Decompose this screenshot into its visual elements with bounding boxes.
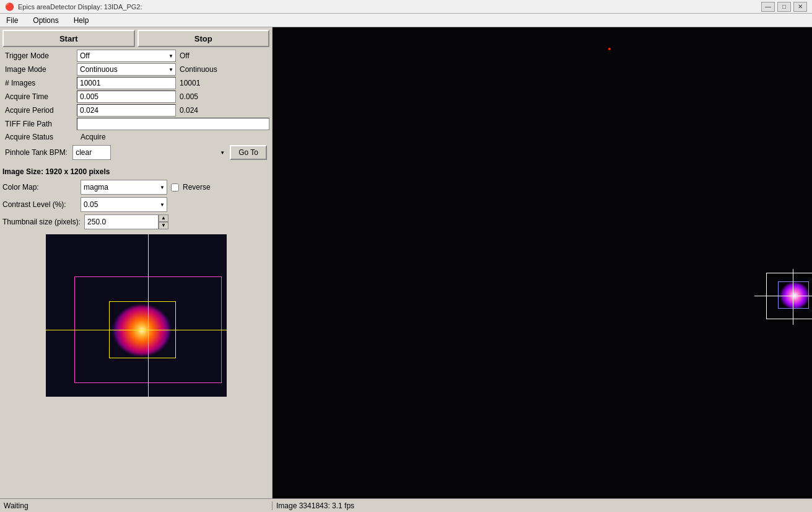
- image-size-row: Image Size: 1920 x 1200 pixels: [0, 165, 272, 177]
- thumbnail-up-button[interactable]: ▲: [159, 214, 168, 222]
- status-left: Waiting: [0, 501, 273, 510]
- stop-button[interactable]: Stop: [138, 30, 270, 47]
- tiff-file-path-input[interactable]: [77, 118, 269, 130]
- trigger-mode-readback: Off: [176, 50, 269, 61]
- image-mode-readback: Continuous: [176, 64, 269, 75]
- thumbnail-spinner: ▲ ▼: [159, 214, 168, 229]
- thumbnail-crosshair-h: [46, 330, 227, 330]
- image-mode-label: Image Mode: [2, 64, 77, 75]
- status-bar: Waiting Image 3341843: 3.1 fps: [0, 498, 812, 512]
- start-button[interactable]: Start: [2, 30, 135, 47]
- menubar: File Options Help: [0, 14, 812, 27]
- thumbnail-crosshair-v: [148, 234, 149, 397]
- trigger-mode-label: Trigger Mode: [2, 50, 77, 61]
- pinhole-select-wrapper: clear position 1 position 2: [72, 145, 227, 160]
- acquire-period-readback: 0.024: [176, 105, 269, 116]
- image-mode-select-wrapper: Continuous: [77, 63, 176, 76]
- thumbnail-input-wrapper: ▲ ▼: [84, 214, 168, 229]
- tiff-file-path-label: TIFF File Path: [2, 118, 77, 130]
- pinhole-label: Pinhole Tank BPM:: [5, 148, 68, 157]
- thumbnail-down-button[interactable]: ▼: [159, 222, 168, 229]
- start-stop-row: Start Stop: [2, 30, 269, 47]
- num-images-input[interactable]: [77, 77, 176, 89]
- right-panel: [273, 27, 812, 498]
- acquire-status-label: Acquire Status: [2, 131, 77, 143]
- window-controls: — □ ✕: [761, 2, 807, 12]
- display-options: Color Map: magma viridis inferno plasma …: [0, 177, 272, 232]
- maximize-button[interactable]: □: [777, 2, 791, 12]
- main-content: Start Stop Trigger Mode Off Off Image Mo…: [0, 27, 812, 498]
- reverse-label: Reverse: [183, 183, 211, 192]
- contrast-select-wrapper: 0.05 0.1 0.5 1.0: [81, 197, 167, 212]
- thumbnail-row: Thumbnail size (pixels): ▲ ▼: [2, 214, 269, 229]
- acquire-time-label: Acquire Time: [2, 91, 77, 102]
- contrast-label: Contrast Level (%):: [2, 200, 77, 209]
- trigger-mode-select-wrapper: Off: [77, 50, 176, 62]
- acquire-time-readback: 0.005: [176, 91, 269, 102]
- color-map-row: Color Map: magma viridis inferno plasma …: [2, 180, 269, 195]
- controls-area: Start Stop Trigger Mode Off Off Image Mo…: [0, 27, 272, 165]
- image-mode-select[interactable]: Continuous: [77, 63, 176, 76]
- reverse-checkbox[interactable]: [171, 183, 179, 192]
- goto-button[interactable]: Go To: [230, 145, 267, 160]
- image-size-label: Image Size: 1920 x 1200 pixels: [2, 167, 110, 176]
- form-grid: Trigger Mode Off Off Image Mode Continuo…: [2, 50, 269, 143]
- thumbnail-preview: [0, 232, 272, 498]
- main-crosshair-v: [793, 269, 793, 325]
- titlebar-title: Epics areaDetector Display: 13IDA_PG2:: [18, 3, 142, 11]
- pinhole-select[interactable]: clear position 1 position 2: [72, 145, 111, 160]
- color-map-label: Color Map:: [2, 183, 77, 192]
- contrast-row: Contrast Level (%): 0.05 0.1 0.5 1.0: [2, 197, 269, 212]
- menu-file[interactable]: File: [2, 15, 22, 26]
- close-button[interactable]: ✕: [793, 2, 807, 12]
- titlebar: 🔴 Epics areaDetector Display: 13IDA_PG2:…: [0, 0, 812, 14]
- main-crosshair-h: [754, 296, 812, 296]
- acquire-period-label: Acquire Period: [2, 105, 77, 116]
- main-image-canvas: [273, 27, 812, 498]
- acquire-time-input[interactable]: [77, 90, 176, 103]
- menu-help[interactable]: Help: [70, 15, 93, 26]
- acquire-status-value: Acquire: [77, 131, 269, 143]
- num-images-label: # Images: [2, 77, 77, 89]
- trigger-mode-select[interactable]: Off: [77, 50, 176, 62]
- thumbnail-label: Thumbnail size (pixels):: [2, 218, 81, 226]
- color-map-select[interactable]: magma viridis inferno plasma gray: [81, 180, 167, 195]
- color-map-select-wrapper: magma viridis inferno plasma gray: [81, 180, 167, 195]
- red-dot: [608, 48, 611, 50]
- thumbnail-canvas: [46, 234, 227, 397]
- acquire-period-input[interactable]: [77, 104, 176, 117]
- menu-options[interactable]: Options: [29, 15, 62, 26]
- minimize-button[interactable]: —: [761, 2, 775, 12]
- main-box-blue: [778, 281, 809, 309]
- thumbnail-input[interactable]: [84, 214, 159, 229]
- contrast-select[interactable]: 0.05 0.1 0.5 1.0: [81, 197, 167, 212]
- pinhole-row: Pinhole Tank BPM: clear position 1 posit…: [2, 143, 269, 162]
- num-images-readback: 10001: [176, 77, 269, 89]
- app-icon: 🔴: [5, 2, 14, 11]
- status-right: Image 3341843: 3.1 fps: [273, 501, 812, 510]
- left-panel: Start Stop Trigger Mode Off Off Image Mo…: [0, 27, 273, 498]
